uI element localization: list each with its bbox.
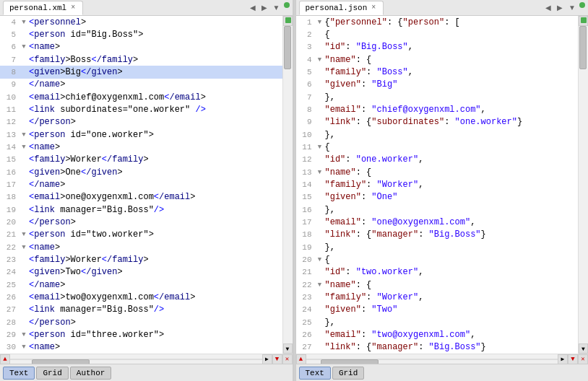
line-number: 13 xyxy=(0,131,19,139)
json-hscroll[interactable]: ▲ ▶ ▼ ✕ xyxy=(296,354,589,364)
fold-icon[interactable]: ▼ xyxy=(315,256,325,263)
fold-icon[interactable]: ▼ xyxy=(315,169,325,176)
table-row: 21 "id": "two.worker", xyxy=(296,266,579,279)
fold-icon[interactable]: ▼ xyxy=(315,144,325,151)
json-tab[interactable]: personal.json × xyxy=(299,1,384,15)
line-number: 18 xyxy=(296,230,315,239)
line-number: 7 xyxy=(0,56,19,64)
line-number: 27 xyxy=(0,305,19,314)
xml-hscroll-right[interactable]: ▶ xyxy=(262,354,272,364)
xml-code-area[interactable]: 4▼<personnel>5 <person id="Big.Boss">6▼ … xyxy=(0,16,282,354)
json-text-btn[interactable]: Text xyxy=(299,367,331,380)
xml-green-indicator xyxy=(284,2,290,8)
code-line-content: "name": { xyxy=(325,167,372,178)
table-row: 3 "id": "Big.Boss", xyxy=(296,41,579,53)
xml-scroll-thumb[interactable] xyxy=(284,26,291,69)
fold-icon[interactable]: ▼ xyxy=(19,131,29,139)
table-row: 23 "family": "Worker", xyxy=(296,291,579,303)
json-hscroll-thumb[interactable] xyxy=(321,359,379,364)
table-row: 25 }, xyxy=(296,316,579,328)
code-line-content: <given>Big</given> xyxy=(29,67,123,77)
xml-status-bar: Text Grid Author xyxy=(0,364,293,381)
line-number: 25 xyxy=(296,318,315,327)
table-row: 6 "given": "Big" xyxy=(296,79,579,91)
fold-icon[interactable]: ▼ xyxy=(315,281,325,289)
fold-icon[interactable]: ▼ xyxy=(19,244,29,251)
line-number: 20 xyxy=(0,218,19,227)
code-line-content: "link": {"manager": "Big.Boss"} xyxy=(325,229,486,240)
fold-icon[interactable]: ▼ xyxy=(19,343,29,351)
line-number: 12 xyxy=(296,155,315,164)
xml-vscroll[interactable]: ▲ ▼ xyxy=(282,16,293,354)
fold-icon[interactable]: ▼ xyxy=(19,43,29,51)
json-nav-right[interactable]: ▶ xyxy=(555,2,565,13)
code-line-content: "name": { xyxy=(325,280,372,290)
xml-hscroll[interactable]: ▲ ▶ ▼ ✕ xyxy=(0,354,293,364)
xml-tab-label: personal.xml xyxy=(9,4,66,12)
code-line-content: <person id="one.worker"> xyxy=(29,130,154,140)
line-number: 24 xyxy=(0,268,19,276)
line-number: 14 xyxy=(296,180,315,189)
json-vscroll[interactable]: ▲ ▼ xyxy=(578,16,588,354)
code-line-content: <person id="three.worker"> xyxy=(29,330,164,340)
xml-text-btn[interactable]: Text xyxy=(3,367,35,380)
xml-tab[interactable]: personal.xml × xyxy=(3,1,83,15)
line-number: 4 xyxy=(296,56,315,64)
json-editor: 1▼{"personnel": {"person": [2 {3 "id": "… xyxy=(296,16,589,364)
json-scroll-arrow-down-red[interactable]: ▼ xyxy=(568,354,578,364)
json-scroll-arrow-up-red[interactable]: ▲ xyxy=(296,354,306,364)
json-nav-left[interactable]: ◀ xyxy=(543,2,553,13)
code-line-content: "family": "Worker", xyxy=(325,292,424,302)
xml-scroll-arrow-up-red[interactable]: ▲ xyxy=(0,354,10,364)
table-row: 9 "link": {"subordinates": "one.worker"} xyxy=(296,116,579,128)
code-line-content: <given>Two</given> xyxy=(29,267,123,277)
fold-icon[interactable]: ▼ xyxy=(19,231,29,238)
table-row: 17 "email": "one@oxygenxml.com", xyxy=(296,216,579,228)
line-number: 1 xyxy=(296,18,315,27)
line-number: 14 xyxy=(0,143,19,152)
json-code-area[interactable]: 1▼{"personnel": {"person": [2 {3 "id": "… xyxy=(296,16,579,354)
xml-nav-left[interactable]: ◀ xyxy=(248,2,258,13)
json-hscroll-right[interactable]: ▶ xyxy=(558,354,568,364)
xml-author-btn[interactable]: Author xyxy=(70,367,112,380)
xml-scroll-down[interactable]: ▼ xyxy=(283,343,293,354)
fold-icon[interactable]: ▼ xyxy=(19,19,29,26)
xml-nav-right[interactable]: ▶ xyxy=(259,2,269,13)
xml-grid-btn[interactable]: Grid xyxy=(36,367,68,380)
line-number: 26 xyxy=(0,293,19,302)
code-line-content: <person id="Big.Boss"> xyxy=(29,30,143,40)
fold-icon[interactable]: ▼ xyxy=(315,56,325,64)
table-row: 7 }, xyxy=(296,91,579,103)
table-row: 30▼ <name> xyxy=(0,341,282,354)
json-tab-close[interactable]: × xyxy=(370,4,377,12)
code-line-content: </person> xyxy=(29,217,76,227)
line-number: 24 xyxy=(296,305,315,314)
table-row: 8 <given>Big</given> xyxy=(0,66,282,78)
fold-icon[interactable]: ▼ xyxy=(315,19,325,26)
json-grid-btn[interactable]: Grid xyxy=(332,367,364,380)
line-number: 15 xyxy=(296,193,315,201)
table-row: 14▼ <name> xyxy=(0,141,282,153)
line-number: 9 xyxy=(296,118,315,126)
xml-nav-menu[interactable]: ▼ xyxy=(271,2,282,13)
code-line-content: <family>Boss</family> xyxy=(29,55,138,65)
table-row: 16 <given>One</given> xyxy=(0,166,282,178)
code-line-content: "family": "Worker", xyxy=(325,180,424,190)
fold-icon[interactable]: ▼ xyxy=(19,144,29,151)
line-number: 26 xyxy=(296,330,315,339)
table-row: 5 "family": "Boss", xyxy=(296,66,579,78)
code-line-content: }, xyxy=(325,242,335,253)
line-number: 9 xyxy=(0,80,19,89)
xml-scroll-arrow-down-red[interactable]: ▼ xyxy=(272,354,282,364)
xml-tab-close[interactable]: × xyxy=(69,4,77,12)
json-scroll-thumb[interactable] xyxy=(579,26,587,69)
json-green-indicator xyxy=(579,2,585,8)
line-number: 25 xyxy=(0,281,19,289)
line-number: 29 xyxy=(0,330,19,339)
fold-icon[interactable]: ▼ xyxy=(19,331,29,338)
code-line-content: "email": "chief@oxygenxml.com", xyxy=(325,105,486,115)
json-scroll-down[interactable]: ▼ xyxy=(579,343,588,354)
xml-hscroll-thumb[interactable] xyxy=(32,359,90,364)
code-line-content: <personnel> xyxy=(29,17,86,27)
json-nav-menu[interactable]: ▼ xyxy=(566,2,578,13)
